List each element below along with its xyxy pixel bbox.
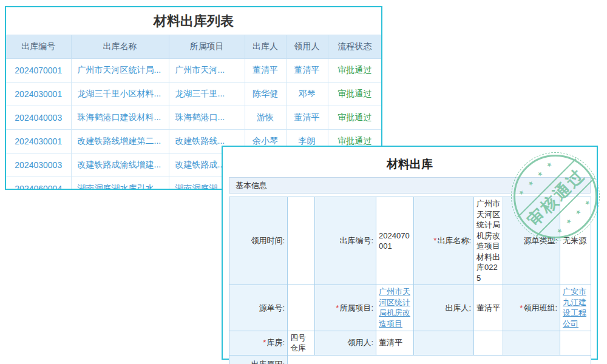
recipient-cell: 董清平 (286, 106, 328, 130)
project-label: *所属项目: (315, 285, 376, 331)
source-no-label: 源单号: (229, 285, 288, 331)
issuer-cell: 游恢 (245, 106, 286, 130)
material-outbound-form-panel: 材料出库 基本信息 领用时间: 出库编号: 2024070001 *出库名称: … (222, 146, 598, 360)
project-cell: 广州市天河... (169, 59, 245, 83)
source-no-value (288, 285, 315, 331)
project-link[interactable]: 广州市天河区统计局机房改造项目 (379, 287, 410, 328)
pickup-team-link[interactable]: 广安市九江建设工程公司 (563, 287, 586, 328)
outbound-no-link[interactable]: 2024070001 (6, 59, 71, 83)
outbound-name-cell: 广州市天河区统计局... (71, 59, 169, 83)
empty-value-cell (474, 331, 503, 355)
pickup-team-value: 广安市九江建设工程公司 (560, 285, 591, 331)
required-asterisk: * (336, 303, 339, 312)
outbound-name-cell: 改建铁路线增建第二... (71, 130, 169, 153)
form-panel-title: 材料出库 (223, 147, 597, 177)
column-header-project: 所属项目 (169, 35, 245, 59)
recipient-value: 董清平 (376, 331, 414, 355)
reason-value (288, 355, 591, 364)
outbound-no-link[interactable]: 2024060004 (6, 177, 71, 190)
table-row[interactable]: 2024070001 广州市天河区统计局... 广州市天河... 董清平 董清平… (6, 59, 381, 83)
basic-info-form-table: 领用时间: 出库编号: 2024070001 *出库名称: 广州市天河区统计局机… (229, 197, 591, 364)
required-asterisk: * (433, 236, 436, 245)
outbound-no-value: 2024070001 (376, 197, 414, 285)
required-asterisk: * (520, 303, 523, 312)
source-type-label: 源单类型: (503, 197, 560, 285)
recipient-cell: 邓琴 (286, 83, 328, 106)
column-header-outbound-name: 出库名称 (71, 35, 169, 59)
pickup-team-label: *领用班组: (503, 285, 560, 331)
outbound-name-cell: 湖南洞庭湖水库引水... (71, 177, 169, 190)
list-panel-title: 材料出库列表 (6, 7, 381, 35)
status-badge: 审批通过 (328, 106, 381, 130)
status-badge: 审批通过 (328, 59, 381, 83)
empty-label-cell (414, 331, 474, 355)
project-cell: 龙湖三千里... (169, 83, 245, 106)
warehouse-value: 四号仓库 (288, 331, 315, 355)
outbound-no-link[interactable]: 2024030001 (6, 83, 71, 106)
issuer-cell: 董清平 (245, 59, 286, 83)
project-cell: 珠海鹤港口... (169, 106, 245, 130)
empty-label-cell (503, 331, 560, 355)
table-row[interactable]: 2024040003 珠海鹤港口建设材料... 珠海鹤港口... 游恢 董清平 … (6, 106, 381, 130)
list-header-row: 出库编号 出库名称 所属项目 出库人 领用人 流程状态 (6, 35, 381, 59)
outbound-no-link[interactable]: 2024030003 (6, 153, 71, 177)
empty-value-cell (560, 331, 591, 355)
basic-info-section-header: 基本信息 (229, 177, 591, 194)
issuer-cell: 陈华健 (245, 83, 286, 106)
recipient-label: 领用人: (315, 331, 376, 355)
reason-label: 出库原因: (229, 355, 288, 364)
table-row[interactable]: 2024030001 龙湖三千里小区材料... 龙湖三千里... 陈华健 邓琴 … (6, 83, 381, 106)
pickup-time-label: 领用时间: (229, 197, 288, 285)
column-header-status: 流程状态 (328, 35, 381, 59)
outbound-no-link[interactable]: 2024040003 (6, 106, 71, 130)
column-header-outbound-no: 出库编号 (6, 35, 71, 59)
status-badge: 审批通过 (328, 83, 381, 106)
column-header-issuer: 出库人 (245, 35, 286, 59)
project-value: 广州市天河区统计局机房改造项目 (376, 285, 414, 331)
outbound-name-cell: 珠海鹤港口建设材料... (71, 106, 169, 130)
warehouse-label: *库房: (229, 331, 288, 355)
issuer-label: 出库人: (414, 285, 474, 331)
outbound-name-cell: 改建铁路成渝线增建... (71, 153, 169, 177)
pickup-time-value (288, 197, 315, 285)
source-type-value: 无来源 (560, 197, 591, 285)
outbound-name-label: *出库名称: (414, 197, 474, 285)
outbound-name-value: 广州市天河区统计局机房改造项目材料出库0225 (474, 197, 503, 285)
required-asterisk: * (263, 338, 266, 347)
outbound-name-cell: 龙湖三千里小区材料... (71, 83, 169, 106)
issuer-value: 董清平 (474, 285, 503, 331)
outbound-no-label: 出库编号: (315, 197, 376, 285)
column-header-recipient: 领用人 (286, 35, 328, 59)
outbound-no-link[interactable]: 2024030001 (6, 130, 71, 153)
recipient-cell: 董清平 (286, 59, 328, 83)
